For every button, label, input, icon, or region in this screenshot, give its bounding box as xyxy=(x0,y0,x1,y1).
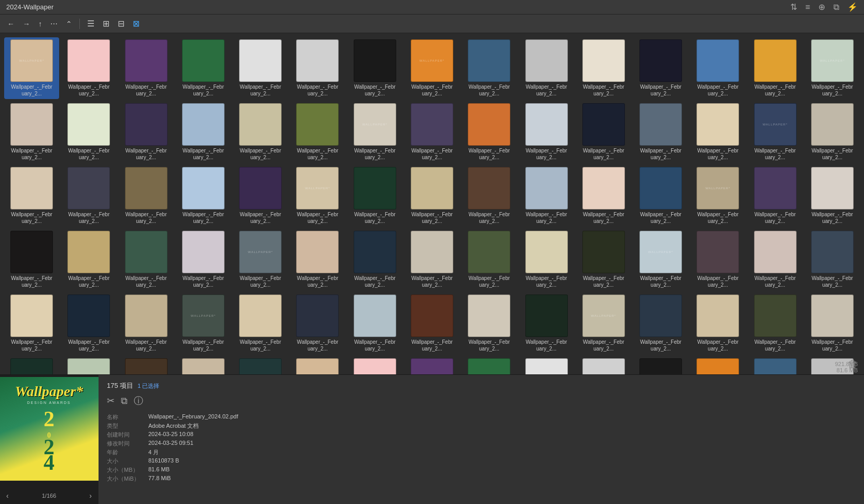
cut-button[interactable]: ✂ xyxy=(107,395,115,407)
file-item[interactable]: Wallpaper_-_February_2... xyxy=(633,292,688,354)
file-item[interactable]: Wallpaper_-_February_2... xyxy=(347,292,402,354)
preview-next-button[interactable]: › xyxy=(87,491,94,501)
file-item[interactable]: Wallpaper_-_February_2... xyxy=(233,356,288,374)
file-item[interactable]: WALLPAPER*Wallpaper_-_February_2... xyxy=(690,165,745,227)
file-item[interactable]: Wallpaper_-_February_2... xyxy=(233,101,288,163)
file-item[interactable]: Wallpaper_-_February_2... xyxy=(576,229,631,290)
file-item[interactable]: Wallpaper_-_February_2... xyxy=(290,101,345,163)
file-item[interactable]: Wallpaper_-_February_2... xyxy=(4,229,59,290)
file-item[interactable]: WALLPAPER*Wallpaper_-_February_2... xyxy=(576,292,631,354)
file-item[interactable]: WALLPAPER*Wallpaper_-_February_2... xyxy=(4,37,59,99)
file-item[interactable]: Wallpaper_-_February_2... xyxy=(347,37,402,99)
actions-button[interactable]: ⋯ xyxy=(47,18,61,30)
copy-icon[interactable]: ⧉ xyxy=(833,3,839,12)
file-item[interactable]: Wallpaper_-_February_2... xyxy=(805,292,860,354)
file-item[interactable]: Wallpaper_-_February_2... xyxy=(119,165,174,227)
file-item[interactable]: Wallpaper_-_February_2... xyxy=(690,356,745,374)
file-item[interactable]: Wallpaper_-_February_2... xyxy=(119,229,174,290)
file-item[interactable]: Wallpaper_-_February_2... xyxy=(61,356,116,374)
file-item[interactable]: Wallpaper_-_February_2... xyxy=(633,37,688,99)
file-item[interactable]: Wallpaper_-_February_2... xyxy=(576,37,631,99)
file-item[interactable]: Wallpaper_-_February_2... xyxy=(119,37,174,99)
file-item[interactable]: Wallpaper_-_February_2... xyxy=(290,37,345,99)
file-item[interactable]: Wallpaper_-_February_2... xyxy=(405,101,459,163)
file-item[interactable]: Wallpaper_-_February_2... xyxy=(233,37,288,99)
file-item[interactable]: Wallpaper_-_February_2... xyxy=(61,101,116,163)
file-item[interactable]: Wallpaper_-_February_2... xyxy=(176,101,231,163)
view-gallery-button[interactable]: ⊟ xyxy=(115,17,128,31)
file-item[interactable]: Wallpaper_-_February_2... xyxy=(462,356,517,374)
file-item[interactable]: Wallpaper_-_February_2... xyxy=(690,292,745,354)
file-item[interactable]: Wallpaper_-_February_2... xyxy=(576,356,631,374)
file-item[interactable]: Wallpaper_-_February_2... xyxy=(4,292,59,354)
file-item[interactable]: Wallpaper_-_February_2... xyxy=(119,101,174,163)
file-item[interactable]: Wallpaper_-_February_2... xyxy=(462,229,517,290)
file-item[interactable]: Wallpaper_-_February_2... xyxy=(519,292,574,354)
file-item[interactable]: Wallpaper_-_February_2... xyxy=(290,292,345,354)
file-item[interactable]: WALLPAPER*Wallpaper_-_February_2... xyxy=(405,37,459,99)
up-button[interactable]: ↑ xyxy=(35,18,45,30)
file-item[interactable]: WALLPAPER*Wallpaper_-_February_2... xyxy=(633,229,688,290)
selected-count[interactable]: 1 已选择 xyxy=(137,382,159,390)
file-item[interactable]: WALLPAPER*Wallpaper_-_February_2... xyxy=(119,356,174,374)
file-item[interactable]: Wallpaper_-_February_2... xyxy=(576,165,631,227)
file-item[interactable]: Wallpaper_-_February_2... xyxy=(462,101,517,163)
file-item[interactable]: Wallpaper_-_February_2... xyxy=(519,101,574,163)
file-item[interactable]: WALLPAPER*Wallpaper_-_February_2... xyxy=(176,292,231,354)
file-item[interactable]: WALLPAPER*Wallpaper_-_February_2... xyxy=(519,356,574,374)
file-item[interactable]: Wallpaper_-_February_2... xyxy=(347,356,402,374)
copy-button[interactable]: ⧉ xyxy=(121,395,128,407)
file-item[interactable]: WALLPAPER*Wallpaper_-_February_2... xyxy=(290,165,345,227)
view-list-button[interactable]: ☰ xyxy=(84,17,97,31)
file-item[interactable]: Wallpaper_-_February_2... xyxy=(747,229,802,290)
file-item[interactable]: Wallpaper_-_February_2... xyxy=(233,165,288,227)
file-item[interactable]: Wallpaper_-_February_2... xyxy=(4,356,59,374)
file-grid-area[interactable]: WALLPAPER*Wallpaper_-_February_2...Wallp… xyxy=(0,33,864,374)
file-item[interactable]: WALLPAPER*Wallpaper_-_February_2... xyxy=(233,229,288,290)
file-item[interactable]: Wallpaper_-_February_2... xyxy=(347,165,402,227)
file-item[interactable]: Wallpaper_-_February_2... xyxy=(61,165,116,227)
file-item[interactable]: Wallpaper_-_February_2... xyxy=(690,229,745,290)
file-item[interactable]: Wallpaper_-_February_2... xyxy=(805,229,860,290)
file-item[interactable]: Wallpaper_-_February_2... xyxy=(61,37,116,99)
file-item[interactable]: Wallpaper_-_February_2... xyxy=(747,37,802,99)
file-item[interactable]: Wallpaper_-_February_2... xyxy=(805,101,860,163)
file-item[interactable]: Wallpaper_-_February_2... xyxy=(747,292,802,354)
forward-button[interactable]: → xyxy=(20,18,33,30)
file-item[interactable]: WALLPAPER*Wallpaper_-_February_2... xyxy=(747,101,802,163)
file-item[interactable]: Wallpaper_-_February_2... xyxy=(805,165,860,227)
file-item[interactable]: Wallpaper_-_February_2... xyxy=(747,165,802,227)
file-item[interactable]: Wallpaper_-_February_2... xyxy=(690,101,745,163)
file-item[interactable]: Wallpaper_-_February_2... xyxy=(61,292,116,354)
file-item[interactable]: Wallpaper_-_February_2... xyxy=(462,165,517,227)
file-item[interactable]: Wallpaper_-_February_2... xyxy=(347,229,402,290)
file-item[interactable]: Wallpaper_-_February_2... xyxy=(233,292,288,354)
file-item[interactable]: Wallpaper_-_February_2... xyxy=(176,165,231,227)
file-item[interactable]: Wallpaper_-_February_2... xyxy=(633,356,688,374)
file-item[interactable]: Wallpaper_-_February_2... xyxy=(519,165,574,227)
file-item[interactable]: Wallpaper_-_February_2... xyxy=(462,37,517,99)
file-item[interactable]: Wallpaper_-_February_2... xyxy=(119,292,174,354)
file-item[interactable]: Wallpaper_-_February_2... xyxy=(405,292,459,354)
file-item[interactable]: Wallpaper_-_February_2... xyxy=(462,292,517,354)
file-item[interactable]: Wallpaper_-_February_2... xyxy=(405,229,459,290)
preview-prev-button[interactable]: ‹ xyxy=(4,491,11,501)
file-item[interactable]: WALLPAPER*Wallpaper_-_February_2... xyxy=(805,37,860,99)
sort-icon[interactable]: ⇅ xyxy=(790,2,797,12)
file-item[interactable]: Wallpaper_-_February_2... xyxy=(290,356,345,374)
file-item[interactable]: Wallpaper_-_February_2... xyxy=(176,37,231,99)
file-item[interactable]: Wallpaper_-_February_2... xyxy=(176,356,231,374)
info-button[interactable]: ⓘ xyxy=(134,395,143,407)
file-item[interactable]: Wallpaper_-_February_2... xyxy=(61,229,116,290)
list-view-icon[interactable]: ≡ xyxy=(805,3,810,12)
back-button[interactable]: ← xyxy=(4,18,18,30)
file-item[interactable]: Wallpaper_-_February_2... xyxy=(4,101,59,163)
file-item[interactable]: Wallpaper_-_February_2... xyxy=(176,229,231,290)
file-item[interactable]: Wallpaper_-_February_2... xyxy=(405,165,459,227)
file-item[interactable]: Wallpaper_-_February_2... xyxy=(633,101,688,163)
file-item[interactable]: Wallpaper_-_February_2... xyxy=(405,356,459,374)
file-item[interactable]: Wallpaper_-_February_2... xyxy=(4,165,59,227)
file-item[interactable]: Wallpaper_-_February_2... xyxy=(519,229,574,290)
file-item[interactable]: WALLPAPER*Wallpaper_-_February_2... xyxy=(347,101,402,163)
expand-button[interactable]: ⌃ xyxy=(63,18,75,30)
